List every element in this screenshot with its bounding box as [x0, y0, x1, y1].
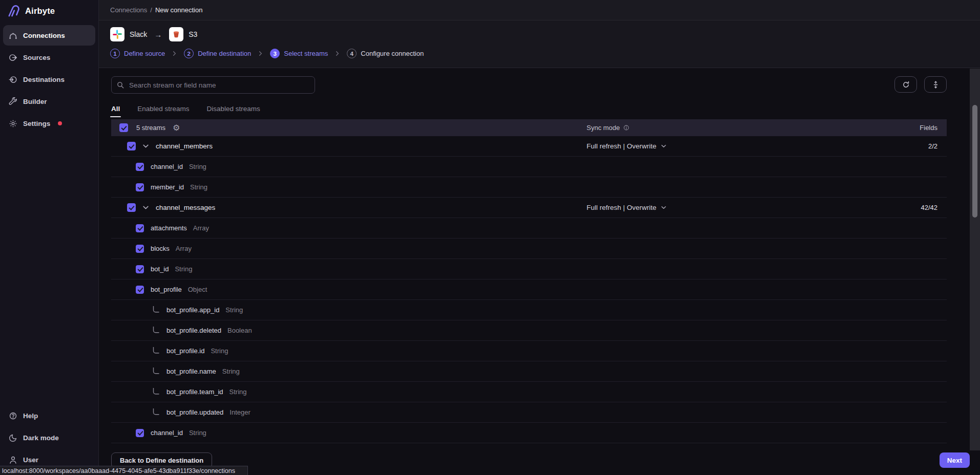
table-header: 5 streams ⚙ Sync mode Fields — [111, 119, 947, 136]
sync-mode-select[interactable]: Full refresh | Overwrite — [587, 204, 666, 211]
step-number: 1 — [110, 49, 120, 58]
source-destination-row: Slack → S3 — [110, 27, 980, 41]
field-name: member_id — [151, 183, 184, 191]
connections-icon — [9, 31, 17, 40]
table-row: channel_members Full refresh | Overwrite… — [111, 136, 947, 157]
field-checkbox[interactable] — [136, 245, 144, 253]
search-input[interactable] — [129, 81, 309, 89]
field-checkbox[interactable] — [136, 183, 144, 191]
table-row: channel_id String — [111, 157, 947, 177]
gear-icon[interactable]: ⚙ — [173, 124, 180, 132]
notification-dot — [58, 121, 62, 125]
sidebar: Airbyte Connections Sources — [0, 0, 99, 475]
sidebar-item-label: Sources — [23, 54, 50, 61]
step-define-source[interactable]: 1 Define source — [110, 49, 165, 58]
field-checkbox[interactable] — [136, 163, 144, 171]
field-name: channel_id — [151, 429, 183, 437]
sync-mode-value: Full refresh | Overwrite — [587, 142, 656, 150]
stream-checkbox[interactable] — [127, 142, 136, 150]
table-row: channel_messages Full refresh | Overwrit… — [111, 198, 947, 218]
step-label: Configure connection — [361, 50, 424, 57]
field-checkbox[interactable] — [136, 286, 144, 294]
topbar: Connections / New connection — [99, 0, 980, 20]
field-name: attachments — [151, 224, 187, 232]
sidebar-item-label: Help — [23, 412, 38, 420]
app-title: Airbyte — [25, 6, 55, 16]
table-row: channel_id String — [111, 423, 947, 443]
chevron-right-icon — [172, 51, 177, 56]
expand-rows-icon — [932, 81, 940, 89]
sidebar-item-destinations[interactable]: Destinations — [3, 69, 95, 90]
stream-checkbox[interactable] — [127, 203, 136, 212]
sidebar-item-settings[interactable]: Settings — [3, 113, 95, 134]
destination-name: S3 — [189, 30, 197, 38]
streams-panel: All Enabled streams Disabled streams 5 s… — [99, 69, 980, 445]
tab-all[interactable]: All — [111, 105, 120, 117]
sidebar-item-label: User — [23, 456, 38, 464]
select-all-checkbox[interactable] — [119, 123, 128, 132]
sidebar-item-builder[interactable]: Builder — [3, 91, 95, 112]
sidebar-item-help[interactable]: Help — [3, 405, 95, 426]
streams-count: 5 streams — [136, 124, 165, 132]
tree-branch-icon — [151, 347, 159, 355]
airbyte-logo-icon — [7, 4, 20, 18]
chevron-down-icon[interactable] — [142, 143, 149, 149]
sources-icon — [9, 53, 17, 62]
tab-disabled-streams[interactable]: Disabled streams — [207, 105, 260, 117]
field-datatype: String — [225, 306, 243, 314]
tab-enabled-streams[interactable]: Enabled streams — [137, 105, 189, 117]
sidebar-item-label: Destinations — [23, 76, 65, 83]
step-number: 4 — [347, 49, 357, 58]
tree-branch-icon — [151, 408, 159, 416]
sidebar-footer: Help Dark mode User — [0, 405, 98, 475]
scrollbar-thumb[interactable] — [972, 105, 977, 218]
slack-logo-icon — [110, 27, 124, 41]
refresh-schema-button[interactable] — [894, 76, 917, 93]
sidebar-item-connections[interactable]: Connections — [3, 25, 95, 46]
info-icon[interactable] — [623, 124, 630, 131]
step-number: 2 — [184, 49, 194, 58]
sidebar-item-label: Connections — [23, 32, 65, 39]
field-checkbox[interactable] — [136, 224, 144, 232]
field-datatype: String — [175, 265, 192, 273]
sidebar-nav: Connections Sources Destinations — [0, 21, 98, 135]
field-datatype: Boolean — [227, 327, 252, 334]
field-name: bot_profile.deleted — [166, 327, 221, 334]
tree-branch-icon — [151, 368, 159, 375]
sidebar-item-sources[interactable]: Sources — [3, 47, 95, 68]
table-row: bot_profile.updated Integer — [111, 402, 947, 423]
chevron-right-icon — [258, 51, 263, 56]
table-row: bot_profile Object — [111, 279, 947, 300]
user-icon — [9, 456, 17, 464]
logo-row[interactable]: Airbyte — [0, 0, 98, 21]
expand-collapse-rows-button[interactable] — [924, 76, 947, 93]
fields-count: 2/2 — [928, 142, 937, 150]
search-icon — [117, 81, 124, 89]
field-checkbox[interactable] — [136, 265, 144, 273]
field-checkbox[interactable] — [136, 429, 144, 437]
tree-branch-icon — [151, 388, 159, 396]
sync-mode-column-header: Sync mode — [587, 124, 630, 132]
sync-mode-select[interactable]: Full refresh | Overwrite — [587, 142, 666, 150]
field-datatype: String — [211, 347, 228, 355]
step-define-destination[interactable]: 2 Define destination — [184, 49, 251, 58]
chevron-down-icon — [661, 143, 666, 149]
breadcrumb-connections[interactable]: Connections — [110, 6, 147, 14]
stream-name: channel_messages — [156, 204, 215, 211]
settings-icon — [9, 119, 17, 128]
connection-header: Slack → S3 1 Define source 2 — [99, 20, 980, 68]
table-row: bot_profile.team_id String — [111, 382, 947, 402]
field-datatype: String — [230, 388, 247, 396]
sidebar-item-dark-mode[interactable]: Dark mode — [3, 427, 95, 448]
field-name: bot_profile.id — [166, 347, 204, 355]
scrollbar-track[interactable] — [970, 69, 980, 450]
step-select-streams[interactable]: 3 Select streams — [270, 49, 328, 58]
chevron-down-icon — [661, 205, 666, 210]
status-url: localhost:8000/workspaces/aa0baaad-4475-… — [2, 467, 235, 474]
airbyte-app: Airbyte Connections Sources — [0, 0, 980, 475]
chevron-down-icon[interactable] — [142, 204, 149, 211]
breadcrumb-separator: / — [150, 6, 152, 14]
next-button[interactable]: Next — [940, 452, 970, 468]
source-name: Slack — [130, 30, 147, 38]
step-configure-connection[interactable]: 4 Configure connection — [347, 49, 424, 58]
